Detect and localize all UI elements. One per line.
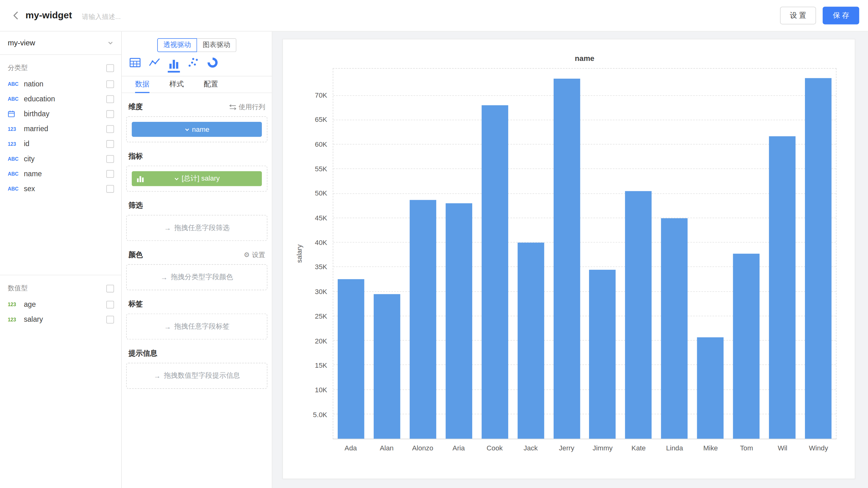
tooltip-placeholder: →拖拽数值型字段提示信息 <box>154 371 240 380</box>
mode-toggle-group: 透视驱动 图表驱动 <box>122 38 272 52</box>
description-input-placeholder[interactable]: 请输入描述... <box>82 12 121 22</box>
color-settings-button[interactable]: ⚙ 设置 <box>244 250 265 260</box>
calendar-icon <box>8 110 20 118</box>
metric-pill-salary[interactable]: [总计] salary <box>132 171 262 186</box>
tab-data[interactable]: 数据 <box>135 77 149 93</box>
bar-Jimmy[interactable] <box>589 270 616 438</box>
dimension-label: 维度 <box>128 102 143 112</box>
bar-Jerry[interactable] <box>553 79 580 439</box>
numeric-select-all-checkbox[interactable] <box>106 284 114 292</box>
color-label: 颜色 <box>128 250 143 260</box>
bar-Alonzo[interactable] <box>410 200 436 439</box>
scatter-chart-icon[interactable] <box>187 57 199 73</box>
field-checkbox[interactable] <box>106 80 114 88</box>
field-nation[interactable]: ABCnation <box>0 77 121 91</box>
field-checkbox[interactable] <box>106 125 114 133</box>
field-checkbox[interactable] <box>106 155 114 162</box>
x-tick-label: Windy <box>801 444 837 452</box>
x-tick-label: Alan <box>369 444 405 452</box>
line-chart-icon[interactable] <box>149 57 161 73</box>
main-area: my-view 分类型 ABCnationABCeducationbirthda… <box>0 32 868 488</box>
bar-Aria[interactable] <box>446 204 472 439</box>
tooltip-dropzone[interactable]: →拖拽数值型字段提示信息 <box>126 363 267 389</box>
bar-Jack[interactable] <box>518 243 544 439</box>
bar-Wil[interactable] <box>769 136 796 439</box>
y-tick-label: 70K <box>315 91 328 99</box>
drag-arrow-icon: → <box>154 372 161 380</box>
color-dropzone[interactable]: →拖拽分类型字段颜色 <box>126 264 267 290</box>
label-dropzone[interactable]: →拖拽任意字段标签 <box>126 314 267 340</box>
bar-slot <box>369 69 405 438</box>
field-sex[interactable]: ABCsex <box>0 181 121 196</box>
field-checkbox[interactable] <box>106 170 114 178</box>
bar-Ada[interactable] <box>338 279 365 438</box>
save-button[interactable]: 保 存 <box>823 6 859 24</box>
field-salary[interactable]: 123salary <box>0 312 121 327</box>
label-placeholder: →拖拽任意字段标签 <box>164 322 229 331</box>
filter-section-head: 筛选 <box>128 201 265 210</box>
color-placeholder: →拖拽分类型字段颜色 <box>161 273 233 282</box>
dimension-section-head: 维度 使用行列 <box>128 102 265 112</box>
field-checkbox[interactable] <box>106 315 114 323</box>
x-tick-label: Ada <box>333 444 369 452</box>
use-rows-cols-button[interactable]: 使用行列 <box>229 102 265 112</box>
mode-pivot-toggle[interactable]: 透视驱动 <box>157 38 197 52</box>
field-name[interactable]: ABCname <box>0 166 121 181</box>
bar-Mike[interactable] <box>697 337 724 438</box>
mode-chart-toggle[interactable]: 图表驱动 <box>197 38 237 52</box>
field-age[interactable]: 123age <box>0 297 121 312</box>
field-education[interactable]: ABCeducation <box>0 91 121 106</box>
field-checkbox[interactable] <box>106 95 114 103</box>
categorical-fields-pane: 分类型 ABCnationABCeducationbirthday123marr… <box>0 55 121 275</box>
y-tick-label: 65K <box>315 116 328 124</box>
bar-Alan[interactable] <box>374 294 400 438</box>
field-birthday[interactable]: birthday <box>0 106 121 121</box>
y-tick-label: 55K <box>315 165 328 173</box>
field-married[interactable]: 123married <box>0 121 121 136</box>
bar-slot <box>800 69 836 438</box>
field-city[interactable]: ABCcity <box>0 151 121 166</box>
text-field-icon: ABC <box>8 186 20 191</box>
bar-series <box>333 69 836 438</box>
bar-Tom[interactable] <box>733 254 760 438</box>
text-field-icon: ABC <box>8 156 20 162</box>
field-checkbox[interactable] <box>106 185 114 192</box>
numeric-field-list: 123age123salary <box>0 297 121 327</box>
dimension-dropzone[interactable]: name <box>126 116 267 142</box>
dimension-pill-name[interactable]: name <box>132 122 262 137</box>
field-checkbox[interactable] <box>106 140 114 148</box>
use-rows-cols-label: 使用行列 <box>239 102 265 112</box>
field-checkbox[interactable] <box>106 110 114 118</box>
bar-Kate[interactable] <box>625 191 652 438</box>
bar-slot <box>656 69 692 438</box>
pie-chart-icon[interactable] <box>207 57 219 73</box>
bar-slot <box>441 69 477 438</box>
field-id[interactable]: 123id <box>0 136 121 151</box>
field-checkbox[interactable] <box>106 301 114 308</box>
bar-Linda[interactable] <box>661 218 688 438</box>
categorical-select-all-checkbox[interactable] <box>106 64 114 72</box>
settings-button[interactable]: 设 置 <box>780 6 816 24</box>
y-tick-label: 60K <box>315 141 328 148</box>
bar-slot <box>585 69 621 438</box>
y-tick-label: 50K <box>315 190 328 197</box>
metric-dropzone[interactable]: [总计] salary <box>126 166 267 192</box>
x-axis-tick-labels: AdaAlanAlonzoAriaCookJackJerryJimmyKateL… <box>333 444 837 452</box>
view-selector[interactable]: my-view <box>0 32 121 55</box>
bar-Cook[interactable] <box>482 105 508 438</box>
bar-Windy[interactable] <box>805 78 831 438</box>
filter-dropzone[interactable]: →拖拽任意字段筛选 <box>126 215 267 241</box>
chart-type-switcher <box>122 52 272 73</box>
view-selector-label: my-view <box>8 39 35 47</box>
y-tick-label: 25K <box>315 312 328 320</box>
back-button[interactable] <box>9 8 23 23</box>
x-tick-label: Cook <box>476 444 513 452</box>
bar-chart-icon[interactable] <box>168 58 180 72</box>
field-label: name <box>24 170 102 178</box>
x-tick-label: Jack <box>513 444 549 452</box>
table-chart-icon[interactable] <box>129 57 141 73</box>
metric-pill-label: [总计] salary <box>182 174 220 183</box>
tab-style[interactable]: 样式 <box>169 77 184 93</box>
chart-preview-area: name salary 5.0K10K15K20K25K30K35K40K45K… <box>273 32 868 488</box>
tab-config[interactable]: 配置 <box>204 77 218 93</box>
